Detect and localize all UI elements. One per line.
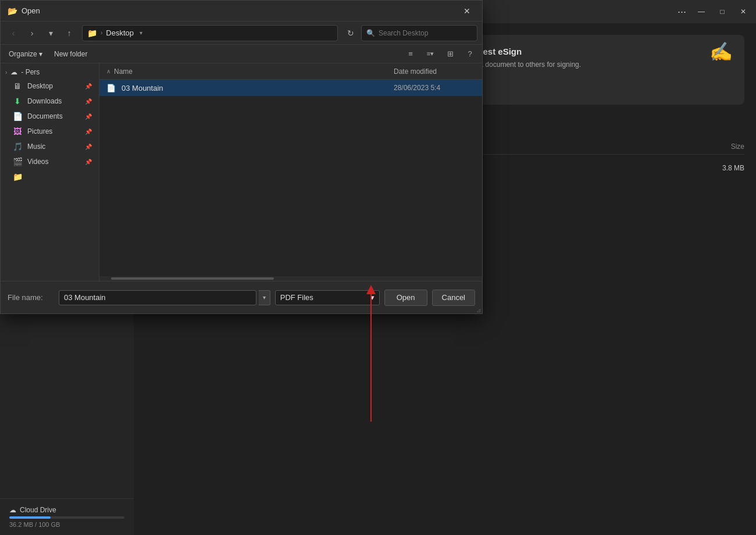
tiles-view-btn[interactable]: ⊞ — [443, 48, 458, 60]
videos-label: Videos — [27, 158, 80, 166]
sidebar-item-documents[interactable]: 📄 Documents 📌 — [1, 109, 99, 124]
sidebar-item-pictures[interactable]: 🖼 Pictures 📌 — [1, 124, 99, 139]
sidebar-item-desktop[interactable]: 🖥 Desktop 📌 — [1, 79, 99, 94]
scrollbar-thumb[interactable] — [111, 277, 274, 280]
cloud-drive-text: Cloud Drive — [20, 506, 56, 514]
dialog-title: Open — [22, 6, 459, 15]
refresh-btn[interactable]: ↻ — [343, 25, 359, 41]
cloud-drive-label: ☁ Cloud Drive — [9, 506, 124, 514]
details-view-btn[interactable]: ≡▾ — [423, 48, 438, 60]
file-type-arrow: ▾ — [370, 293, 375, 302]
dialog-search-input[interactable] — [379, 29, 472, 37]
sort-up-arrow: ∧ — [106, 68, 110, 74]
file-date: 28/06/2023 5:4 — [394, 84, 475, 92]
music-icon: 🎵 — [12, 142, 23, 151]
dialog-app-icon: 📂 — [8, 6, 17, 16]
esign-card: Request eSign Send a document to others … — [450, 35, 744, 105]
dialog-titlebar: 📂 Open ✕ — [1, 1, 482, 22]
up-btn[interactable]: ↑ — [61, 25, 77, 41]
music-label: Music — [27, 142, 80, 151]
horizontal-scrollbar[interactable] — [99, 276, 482, 281]
downloads-label: Downloads — [27, 97, 80, 105]
open-btn[interactable]: Open — [384, 290, 427, 306]
sidebar-expand-icon: › — [5, 69, 7, 76]
documents-icon: 📄 — [12, 112, 23, 121]
cloud-progress-fill — [9, 516, 51, 519]
sidebar-item-downloads[interactable]: ⬇ Downloads 📌 — [1, 94, 99, 109]
music-pin-icon: 📌 — [85, 144, 92, 150]
sidebar-cloud-icon: ☁ — [10, 68, 17, 76]
file-type-select[interactable]: PDF Files ▾ — [275, 290, 380, 305]
desktop-icon: 🖥 — [12, 81, 23, 91]
desktop-pin-icon: 📌 — [85, 83, 92, 90]
resize-handle[interactable]: ⊿ — [475, 306, 482, 313]
organize-btn[interactable]: Organize ▾ — [5, 49, 46, 59]
downloads-pin-icon: 📌 — [85, 98, 92, 105]
dialog-sidebar: › ☁ - Pers 🖥 Desktop 📌 ⬇ Downloads 📌 📄 D… — [1, 63, 99, 281]
dialog-body: › ☁ - Pers 🖥 Desktop 📌 ⬇ Downloads 📌 📄 D… — [1, 63, 482, 281]
file-name-input[interactable] — [59, 290, 256, 305]
dialog-organize-bar: Organize ▾ New folder ≡ ≡▾ ⊞ ? — [1, 45, 482, 63]
cloud-icon: ☁ — [9, 506, 16, 514]
pictures-pin-icon: 📌 — [85, 129, 92, 135]
file-name-label: File name: — [8, 293, 54, 302]
documents-label: Documents — [27, 112, 80, 120]
bg-maximize-btn[interactable]: □ — [716, 6, 728, 17]
dropdown-nav-btn[interactable]: ▾ — [42, 25, 59, 41]
open-dialog: 📂 Open ✕ ‹ › ▾ ↑ 📁 › Desktop ▾ ↻ 🔍 Organ… — [0, 0, 483, 314]
dialog-search-box[interactable]: 🔍 — [361, 25, 477, 41]
file-type-value: PDF Files — [280, 293, 313, 302]
esign-card-icon: ✍ — [709, 41, 733, 63]
forward-btn[interactable]: › — [24, 25, 40, 41]
col-date-header[interactable]: Date modified — [394, 67, 475, 76]
new-folder-btn[interactable]: New folder — [51, 49, 91, 59]
cancel-btn[interactable]: Cancel — [432, 290, 475, 306]
pictures-label: Pictures — [27, 127, 80, 135]
file-size: 3.8 MB — [722, 164, 744, 172]
dialog-filelist: ∧ Name Date modified 📄 03 Mountain 28/06… — [99, 63, 482, 281]
documents-pin-icon: 📌 — [85, 113, 92, 120]
bg-minimize-btn[interactable]: — — [696, 6, 707, 17]
cloud-progress-bar — [9, 516, 124, 519]
sidebar-cloud-label: - Pers — [21, 68, 40, 76]
sidebar-cloud-header[interactable]: › ☁ - Pers — [1, 66, 99, 79]
sidebar-item-videos[interactable]: 🎬 Videos 📌 — [1, 154, 99, 169]
back-btn[interactable]: ‹ — [5, 25, 22, 41]
path-folder-name: Desktop — [106, 28, 134, 37]
sidebar-item-music[interactable]: 🎵 Music 📌 — [1, 139, 99, 154]
videos-icon: 🎬 — [12, 157, 23, 166]
dialog-search-icon: 🔍 — [366, 29, 375, 37]
bg-more-options[interactable]: ··· — [677, 6, 686, 18]
sidebar-item-folder[interactable]: 📁 — [1, 169, 99, 184]
dialog-footer: File name: ▾ PDF Files ▾ Open Cancel — [1, 281, 482, 313]
folder-icon: 📁 — [12, 172, 23, 181]
file-name: 03 Mountain — [122, 84, 389, 92]
list-view-btn[interactable]: ≡ — [403, 48, 418, 60]
pictures-icon: 🖼 — [12, 127, 23, 136]
file-row-mountain[interactable]: 📄 03 Mountain 28/06/2023 5:4 — [99, 80, 482, 96]
size-label: Size — [731, 142, 744, 151]
help-btn[interactable]: ? — [462, 48, 477, 60]
bg-close-btn[interactable]: ✕ — [737, 6, 749, 17]
esign-card-text: Send a document to others for signing. — [461, 60, 733, 70]
path-bar[interactable]: 📁 › Desktop ▾ — [82, 25, 338, 41]
videos-pin-icon: 📌 — [85, 159, 92, 165]
desktop-label: Desktop — [27, 82, 80, 90]
cloud-drive-section: ☁ Cloud Drive 36.2 MB / 100 GB — [0, 498, 134, 535]
path-dropdown-btn[interactable]: ▾ — [140, 30, 142, 36]
filename-dropdown-btn[interactable]: ▾ — [259, 290, 270, 305]
path-folder-icon: 📁 — [87, 28, 97, 38]
dialog-close-btn[interactable]: ✕ — [459, 3, 475, 19]
filelist-header: ∧ Name Date modified — [99, 63, 482, 80]
path-separator: › — [101, 30, 102, 36]
esign-card-title: Request eSign — [461, 47, 733, 56]
file-icon: 📄 — [106, 84, 117, 92]
col-name-header[interactable]: Name — [114, 67, 394, 76]
cloud-size-text: 36.2 MB / 100 GB — [9, 521, 124, 528]
downloads-icon: ⬇ — [12, 97, 23, 106]
dialog-toolbar: ‹ › ▾ ↑ 📁 › Desktop ▾ ↻ 🔍 — [1, 22, 482, 45]
